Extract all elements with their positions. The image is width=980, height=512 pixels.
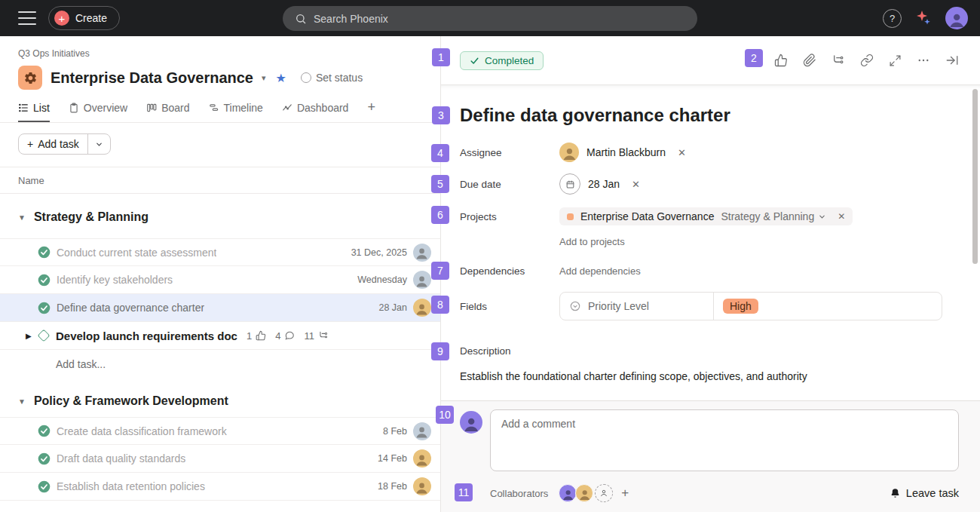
add-subtask-button[interactable] xyxy=(831,54,845,67)
name-column-header[interactable]: Name xyxy=(0,167,440,194)
task-row[interactable]: Establish data retention policies 18 Feb xyxy=(0,473,440,501)
assignee-name[interactable]: Martin Blackburn xyxy=(586,146,666,158)
project-color-dot xyxy=(567,213,574,220)
expand-subtasks-icon[interactable]: ▶ xyxy=(26,332,32,340)
calendar-icon[interactable] xyxy=(559,173,580,195)
search-input[interactable]: Search Phoenix xyxy=(283,6,697,31)
remove-due-date-icon[interactable]: ✕ xyxy=(632,179,640,190)
more-options-button[interactable] xyxy=(917,54,930,67)
circle-chevron-icon xyxy=(569,300,581,312)
set-status-button[interactable]: Set status xyxy=(301,72,363,84)
section-header-strategy[interactable]: ▼ Strategy & Planning xyxy=(0,194,440,239)
priority-field[interactable]: Priority Level xyxy=(560,293,713,320)
project-chevron-icon[interactable]: ▾ xyxy=(262,73,266,83)
check-circle-icon[interactable] xyxy=(38,274,51,287)
tab-dashboard[interactable]: Dashboard xyxy=(282,102,349,122)
add-tab-button[interactable]: + xyxy=(367,100,375,122)
project-title: Enterprise Data Governance xyxy=(51,69,253,87)
add-collaborator-button[interactable]: + xyxy=(621,486,629,501)
current-user-avatar xyxy=(460,411,482,434)
board-icon xyxy=(146,103,157,113)
task-row[interactable]: Draft data quality standards 14 Feb xyxy=(0,445,440,473)
scrollbar-thumb[interactable] xyxy=(972,89,978,264)
task-row-selected[interactable]: Define data governance charter 28 Jan xyxy=(0,294,440,322)
assignee-avatar xyxy=(413,449,431,468)
collapse-triangle-icon[interactable]: ▼ xyxy=(18,397,26,406)
project-chip-name[interactable]: Enterprise Data Governance xyxy=(580,210,714,222)
attach-button[interactable] xyxy=(803,54,816,67)
task-name[interactable]: Establish data retention policies xyxy=(57,480,205,492)
tab-list[interactable]: List xyxy=(18,102,50,122)
add-task-button[interactable]: + Add task xyxy=(19,134,87,154)
leave-task-button[interactable]: Leave task xyxy=(890,487,959,499)
user-avatar[interactable] xyxy=(945,7,968,29)
ai-sparkle-icon[interactable] xyxy=(914,9,933,27)
task-name[interactable]: Draft data quality standards xyxy=(57,452,185,464)
like-button[interactable] xyxy=(774,54,788,67)
topbar: + Create Search Phoenix ? xyxy=(0,0,980,36)
create-button[interactable]: + Create xyxy=(48,6,120,30)
copy-link-button[interactable] xyxy=(860,54,874,67)
thumbs-up-icon xyxy=(774,54,788,67)
priority-badge[interactable]: High xyxy=(723,299,758,314)
priority-value-cell[interactable]: High xyxy=(713,293,942,320)
hamburger-menu-icon[interactable] xyxy=(18,11,36,25)
completed-button[interactable]: Completed xyxy=(460,51,544,70)
tab-label: Overview xyxy=(84,102,127,114)
assignee-avatar xyxy=(559,143,579,162)
close-panel-button[interactable] xyxy=(945,54,959,67)
help-icon[interactable]: ? xyxy=(883,9,902,28)
add-task-dropdown[interactable] xyxy=(87,134,110,154)
check-circle-icon[interactable] xyxy=(38,452,51,465)
collapse-triangle-icon[interactable]: ▼ xyxy=(18,213,26,222)
tab-board[interactable]: Board xyxy=(146,102,189,122)
task-due-date: 14 Feb xyxy=(378,453,407,464)
check-circle-icon[interactable] xyxy=(38,246,51,259)
task-row[interactable]: ▶ Develop launch requirements doc 1 4 11 xyxy=(0,322,440,350)
add-to-projects-link[interactable]: Add to projects xyxy=(559,236,962,247)
inline-add-task[interactable]: Add task... xyxy=(0,350,440,378)
invite-person-icon[interactable] xyxy=(595,484,613,502)
task-name[interactable]: Define data governance charter xyxy=(57,302,204,314)
annotation-badge-11: 11 xyxy=(455,483,473,501)
project-chip[interactable]: Enterprise Data Governance Strategy & Pl… xyxy=(559,207,853,225)
remove-project-icon[interactable]: ✕ xyxy=(838,211,845,222)
breadcrumb[interactable]: Q3 Ops Initiatives xyxy=(18,48,440,59)
task-name[interactable]: Conduct current state assessment xyxy=(57,247,216,259)
project-icon-tile[interactable] xyxy=(18,66,42,90)
check-circle-icon[interactable] xyxy=(38,425,51,437)
description-text[interactable]: Establish the foundational charter defin… xyxy=(460,369,962,385)
task-row[interactable]: Conduct current state assessment 31 Dec,… xyxy=(0,238,440,266)
check-circle-icon[interactable] xyxy=(38,480,51,493)
tab-overview[interactable]: Overview xyxy=(69,102,127,122)
annotation-badge-6: 6 xyxy=(431,206,449,224)
subtask-count: 11 xyxy=(304,330,314,342)
task-row[interactable]: Create data classification framework 8 F… xyxy=(0,417,440,445)
remove-assignee-icon[interactable]: ✕ xyxy=(678,147,686,158)
task-title[interactable]: Define data governance charter xyxy=(460,105,962,126)
add-dependencies-link[interactable]: Add dependencies xyxy=(559,265,641,277)
assignee-avatar xyxy=(413,244,431,262)
assignee-value[interactable]: Martin Blackburn ✕ xyxy=(559,143,686,162)
collaborator-avatar[interactable] xyxy=(559,484,577,502)
collaborator-avatar[interactable] xyxy=(575,484,593,502)
task-name[interactable]: Identify key stakeholders xyxy=(57,274,173,286)
task-name[interactable]: Develop launch requirements doc xyxy=(56,330,237,342)
section-header-policy[interactable]: ▼ Policy & Framework Development xyxy=(0,378,440,418)
due-date-text[interactable]: 28 Jan xyxy=(588,178,620,190)
app-window: + Create Search Phoenix ? Q3 Ops Initiat… xyxy=(0,0,980,512)
collaborator-avatars xyxy=(559,484,613,502)
project-section-select[interactable]: Strategy & Planning xyxy=(721,210,826,222)
favorite-star-icon[interactable]: ★ xyxy=(276,71,286,85)
expand-button[interactable] xyxy=(889,54,902,67)
approval-diamond-icon[interactable] xyxy=(38,330,51,342)
add-task-button-group: + Add task xyxy=(18,133,111,155)
tab-timeline[interactable]: Timeline xyxy=(209,102,263,122)
custom-fields-table: Priority Level High xyxy=(559,292,942,320)
task-name[interactable]: Create data classification framework xyxy=(57,425,227,437)
projects-label: Projects xyxy=(460,211,559,222)
due-date-value[interactable]: 28 Jan ✕ xyxy=(559,173,640,195)
task-row[interactable]: Identify key stakeholders Wednesday xyxy=(0,266,440,294)
comment-input[interactable] xyxy=(490,409,959,471)
check-circle-icon[interactable] xyxy=(38,302,51,314)
